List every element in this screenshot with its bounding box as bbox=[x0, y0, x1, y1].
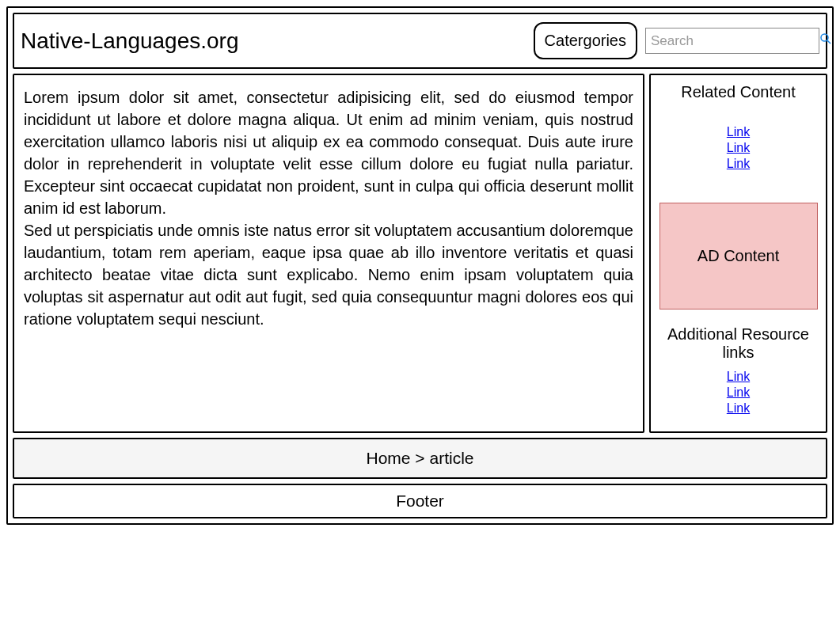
related-content-heading: Related Content bbox=[681, 83, 796, 101]
categories-button[interactable]: Catergories bbox=[534, 22, 637, 59]
resource-link[interactable]: Link bbox=[727, 385, 750, 400]
additional-resources-heading: Additional Resource links bbox=[659, 325, 818, 362]
resource-links-list: Link Link Link bbox=[727, 370, 750, 416]
resource-link[interactable]: Link bbox=[727, 370, 750, 384]
related-link[interactable]: Link bbox=[727, 141, 750, 155]
search-icon[interactable] bbox=[819, 32, 833, 50]
breadcrumb[interactable]: Home > article bbox=[13, 438, 827, 479]
search-input[interactable] bbox=[651, 33, 819, 49]
related-link[interactable]: Link bbox=[727, 125, 750, 139]
search-box[interactable] bbox=[645, 28, 819, 54]
article-paragraph-1: Lorem ipsum dolor sit amet, consectetur … bbox=[24, 86, 633, 219]
related-link[interactable]: Link bbox=[727, 157, 750, 171]
related-links-list: Link Link Link bbox=[727, 125, 750, 171]
article-paragraph-2: Sed ut perspiciatis unde omnis iste natu… bbox=[24, 219, 633, 330]
article-content: Lorem ipsum dolor sit amet, consectetur … bbox=[13, 74, 644, 433]
page-container: Native-Languages.org Catergories Lorem i… bbox=[6, 6, 834, 525]
site-title: Native-Languages.org bbox=[21, 28, 526, 54]
header: Native-Languages.org Catergories bbox=[13, 13, 827, 69]
content-row: Lorem ipsum dolor sit amet, consectetur … bbox=[13, 74, 827, 433]
svg-point-0 bbox=[821, 34, 828, 41]
sidebar: Related Content Link Link Link AD Conten… bbox=[649, 74, 827, 433]
footer: Footer bbox=[13, 484, 827, 518]
resource-link[interactable]: Link bbox=[727, 401, 750, 416]
svg-line-1 bbox=[827, 40, 830, 44]
ad-content-box[interactable]: AD Content bbox=[659, 203, 818, 310]
